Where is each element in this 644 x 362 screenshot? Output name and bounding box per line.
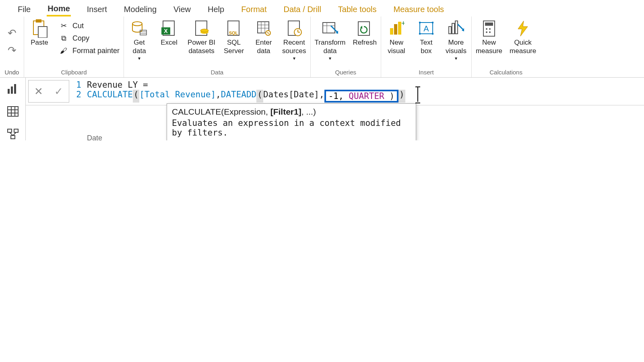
sql-icon: SQL — [226, 19, 242, 38]
formula-editor[interactable]: 1Revenue LY = 2 CALCULATE( [Total Revenu… — [72, 78, 644, 105]
lightning-icon — [516, 19, 530, 38]
main-area: ✕ ✓ 1Revenue LY = 2 CALCULATE( [Total Re… — [0, 78, 644, 140]
group-queries: Transform data▾ Refresh Queries — [311, 16, 381, 77]
svg-rect-65 — [11, 136, 15, 139]
highlighted-args: -1, QUARTER ) — [324, 90, 398, 103]
tab-file[interactable]: File — [17, 3, 31, 16]
svg-point-53 — [489, 31, 491, 33]
svg-point-50 — [486, 28, 487, 30]
view-rail — [0, 78, 26, 140]
new-measure-button[interactable]: New measure — [476, 19, 502, 56]
tab-insert[interactable]: Insert — [86, 3, 108, 16]
svg-text:✎: ✎ — [266, 31, 270, 35]
more-visuals-button[interactable]: More visuals▾ — [445, 19, 467, 62]
ribbon: ↶ ↷ Undo Paste ✂Cut ⧉Copy 🖌Format painte… — [0, 16, 644, 78]
formula-bar-buttons: ✕ ✓ — [28, 80, 69, 103]
copy-icon: ⧉ — [58, 34, 69, 43]
group-label-data: Data — [128, 67, 306, 76]
get-data-button[interactable]: Get data▾ — [128, 19, 151, 62]
svg-rect-33 — [390, 28, 393, 35]
refresh-button[interactable]: Refresh — [353, 19, 377, 47]
more-visuals-icon — [448, 19, 464, 38]
tab-data-drill[interactable]: Data / Drill — [283, 3, 322, 16]
svg-rect-35 — [398, 22, 401, 35]
quick-measure-button[interactable]: Quick measure — [510, 19, 536, 56]
svg-rect-58 — [8, 107, 18, 116]
formula-cancel-icon[interactable]: ✕ — [29, 84, 49, 99]
group-clipboard: Paste ✂Cut ⧉Copy 🖌Format painter Clipboa… — [24, 16, 124, 77]
svg-rect-63 — [8, 129, 12, 132]
tab-table-tools[interactable]: Table tools — [337, 3, 378, 16]
scissors-icon: ✂ — [58, 21, 69, 30]
svg-rect-64 — [14, 129, 18, 132]
svg-rect-40 — [419, 33, 421, 35]
group-label-queries: Queries — [315, 67, 377, 76]
enter-data-button[interactable]: ✎Enter data — [252, 19, 275, 56]
report-canvas: ✕ ✓ 1Revenue LY = 2 CALCULATE( [Total Re… — [26, 78, 644, 140]
svg-point-51 — [489, 28, 491, 30]
pbi-datasets-button[interactable]: Power BI datasets — [188, 19, 215, 56]
recent-icon — [287, 19, 302, 38]
svg-line-66 — [10, 132, 13, 136]
svg-rect-55 — [8, 89, 10, 94]
group-label-calc: Calculations — [476, 67, 536, 76]
tab-measure-tools[interactable]: Measure tools — [392, 3, 445, 16]
svg-rect-49 — [485, 23, 493, 26]
tab-home[interactable]: Home — [47, 2, 71, 16]
svg-rect-1 — [36, 19, 41, 23]
cut-button[interactable]: ✂Cut — [58, 21, 120, 31]
paste-button[interactable]: Paste — [28, 19, 51, 47]
tab-format[interactable]: Format — [240, 3, 267, 16]
copy-button[interactable]: ⧉Copy — [58, 33, 120, 43]
intellisense-tooltip: CALCULATE(Expression, [Filter1], ...) Ev… — [167, 103, 416, 140]
group-label-insert: Insert — [385, 67, 467, 76]
group-calculations: New measure Quick measure Calculations — [472, 16, 540, 77]
tab-modeling[interactable]: Modeling — [123, 3, 157, 16]
svg-line-46 — [458, 24, 463, 30]
svg-line-67 — [13, 132, 16, 136]
enter-data-icon: ✎ — [256, 19, 271, 38]
tab-view[interactable]: View — [173, 3, 192, 16]
tab-help[interactable]: Help — [207, 3, 225, 16]
text-cursor-icon — [417, 90, 418, 101]
transform-data-button[interactable]: Transform data▾ — [315, 19, 346, 62]
svg-rect-4 — [140, 30, 147, 35]
calculator-icon — [482, 19, 496, 38]
text-box-button[interactable]: AText box — [415, 19, 438, 56]
svg-marker-54 — [518, 21, 528, 36]
svg-rect-56 — [11, 86, 13, 94]
excel-button[interactable]: XExcel — [158, 19, 180, 47]
new-visual-button[interactable]: +New visual — [385, 19, 408, 56]
data-view-icon[interactable] — [7, 106, 19, 117]
svg-text:X: X — [164, 28, 168, 34]
undo-label: Undo — [5, 69, 19, 76]
undo-group: ↶ ↷ Undo — [0, 16, 24, 77]
svg-rect-38 — [419, 22, 421, 23]
paste-label: Paste — [31, 38, 48, 47]
svg-text:+: + — [401, 20, 405, 27]
redo-icon[interactable]: ↷ — [8, 44, 17, 57]
report-view-icon[interactable] — [7, 83, 19, 95]
chart-icon: + — [388, 19, 405, 38]
svg-line-29 — [331, 26, 337, 32]
formula-bar: ✕ ✓ 1Revenue LY = 2 CALCULATE( [Total Re… — [26, 78, 644, 105]
database-icon — [131, 19, 147, 38]
model-view-icon[interactable] — [7, 128, 19, 140]
recent-sources-button[interactable]: Recent sources▾ — [282, 19, 306, 62]
svg-rect-44 — [452, 23, 454, 34]
refresh-icon — [357, 19, 373, 38]
svg-point-3 — [132, 22, 142, 26]
group-label-clipboard: Clipboard — [28, 67, 120, 76]
svg-rect-45 — [455, 21, 458, 34]
ribbon-tabs: File Home Insert Modeling View Help Form… — [0, 0, 644, 16]
formula-commit-icon[interactable]: ✓ — [49, 84, 69, 99]
transform-icon — [322, 19, 338, 38]
svg-rect-57 — [14, 84, 16, 94]
format-painter-button[interactable]: 🖌Format painter — [58, 46, 120, 56]
excel-icon: X — [161, 19, 177, 38]
undo-icon[interactable]: ↶ — [8, 27, 17, 39]
brush-icon: 🖌 — [58, 47, 69, 55]
group-insert: +New visual AText box More visuals▾ Inse… — [381, 16, 472, 77]
sql-server-button[interactable]: SQLSQL Server — [223, 19, 245, 56]
svg-rect-2 — [38, 27, 47, 38]
